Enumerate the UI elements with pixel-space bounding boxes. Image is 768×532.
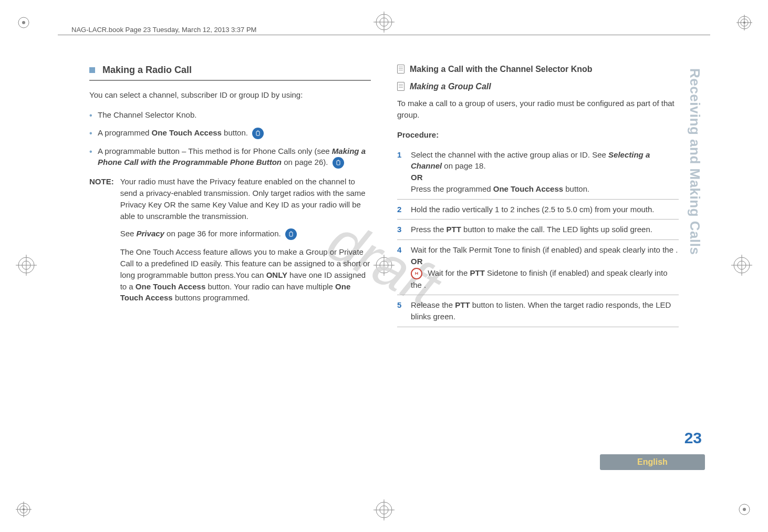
note-bold: One Touch Access bbox=[136, 282, 205, 291]
bullet-text: on page 26). bbox=[282, 158, 330, 166]
note-p1: Your radio must have the Privacy feature… bbox=[120, 176, 371, 222]
procedure-steps: 1 Select the channel with the active gro… bbox=[397, 145, 679, 327]
crop-mark-bl bbox=[16, 502, 32, 517]
note-label: NOTE: bbox=[89, 176, 114, 310]
header-meta: NAG-LACR.book Page 23 Tuesday, March 12,… bbox=[68, 24, 260, 35]
crop-mark-tr bbox=[736, 15, 752, 30]
crop-mark-tl bbox=[16, 15, 32, 30]
step-body: Release the PTT button to listen. When t… bbox=[411, 299, 679, 322]
right-column: Making a Call with the Channel Selector … bbox=[397, 63, 679, 443]
page-number: 23 bbox=[684, 429, 702, 447]
step-2: 2 Hold the radio vertically 1 to 2 inche… bbox=[397, 200, 679, 220]
bullet-bold: One Touch Access bbox=[152, 128, 222, 137]
step-number: 4 bbox=[397, 244, 404, 290]
bullet-one-touch-access: A programmed One Touch Access button. bbox=[89, 127, 371, 139]
crop-mark-br bbox=[736, 502, 752, 517]
step-body: Hold the radio vertically 1 to 2 inches … bbox=[411, 204, 655, 215]
procedure-label: Procedure: bbox=[397, 129, 679, 141]
group-call-intro: To make a call to a group of users, your… bbox=[397, 98, 679, 121]
step-number: 1 bbox=[397, 149, 404, 195]
step-body: Wait for the Talk Permit Tone to finish … bbox=[411, 244, 679, 290]
bullet-text: A programmed bbox=[98, 128, 152, 137]
step-number: 3 bbox=[397, 224, 404, 235]
registration-mark-bottom bbox=[373, 499, 395, 520]
step-4: 4 Wait for the Talk Permit Tone to finis… bbox=[397, 240, 679, 295]
note-p2: See Privacy on page 36 for more informat… bbox=[120, 228, 371, 240]
bullet-text: A programmable button – This method is f… bbox=[98, 147, 332, 155]
step-number: 5 bbox=[397, 299, 404, 322]
note-text: on page 36 for more information. bbox=[164, 229, 283, 238]
step-3: 3 Press the PTT button to make the call.… bbox=[397, 220, 679, 240]
registration-mark-top bbox=[373, 12, 395, 33]
step-body: Select the channel with the active group… bbox=[411, 149, 679, 195]
subhead-group-call: Making a Group Call bbox=[410, 80, 491, 92]
radio-feature-icon bbox=[285, 228, 297, 240]
left-column: Making a Radio Call You can select a cha… bbox=[89, 63, 371, 443]
note-text: button. Your radio can have multiple bbox=[205, 282, 335, 291]
side-section-title: Receiving and Making Calls bbox=[687, 68, 703, 255]
ptt-icon bbox=[411, 268, 422, 279]
bullet-text: button. bbox=[222, 128, 250, 137]
svg-point-1 bbox=[22, 21, 25, 24]
note-bold: ONLY bbox=[266, 270, 287, 279]
bullet-list: The Channel Selector Knob. A programmed … bbox=[89, 109, 371, 169]
header-rule bbox=[58, 35, 710, 35]
note-ital: Privacy bbox=[137, 229, 164, 238]
section-bullet-icon bbox=[89, 67, 95, 73]
step-5: 5 Release the PTT button to listen. When… bbox=[397, 295, 679, 327]
intro-text: You can select a channel, subscriber ID … bbox=[89, 89, 371, 101]
note-p3: The One Touch Access feature allows you … bbox=[120, 246, 371, 304]
registration-mark-left bbox=[16, 255, 37, 276]
bullet-channel-selector: The Channel Selector Knob. bbox=[89, 109, 371, 121]
svg-rect-36 bbox=[337, 161, 340, 165]
doc-icon bbox=[397, 82, 404, 91]
section-rule bbox=[89, 80, 371, 81]
bullet-programmable-button: A programmable button – This method is f… bbox=[89, 145, 371, 169]
bullet-text: The Channel Selector Knob. bbox=[98, 110, 196, 119]
radio-feature-icon bbox=[252, 128, 264, 139]
subhead-call-knob: Making a Call with the Channel Selector … bbox=[410, 63, 593, 75]
radio-feature-icon bbox=[333, 157, 344, 169]
svg-rect-38 bbox=[289, 232, 293, 236]
note-text: See bbox=[120, 229, 137, 238]
note-block: NOTE: Your radio must have the Privacy f… bbox=[89, 176, 371, 310]
svg-point-13 bbox=[743, 508, 746, 511]
step-1: 1 Select the channel with the active gro… bbox=[397, 145, 679, 200]
registration-mark-right bbox=[731, 255, 752, 276]
note-body: Your radio must have the Privacy feature… bbox=[120, 176, 371, 310]
doc-icon bbox=[397, 65, 404, 74]
language-bar: English bbox=[600, 454, 705, 470]
note-text: buttons programmed. bbox=[173, 293, 250, 302]
step-number: 2 bbox=[397, 204, 404, 215]
svg-rect-34 bbox=[256, 131, 260, 135]
section-title: Making a Radio Call bbox=[102, 63, 192, 77]
step-body: Press the PTT button to make the call. T… bbox=[411, 224, 652, 235]
